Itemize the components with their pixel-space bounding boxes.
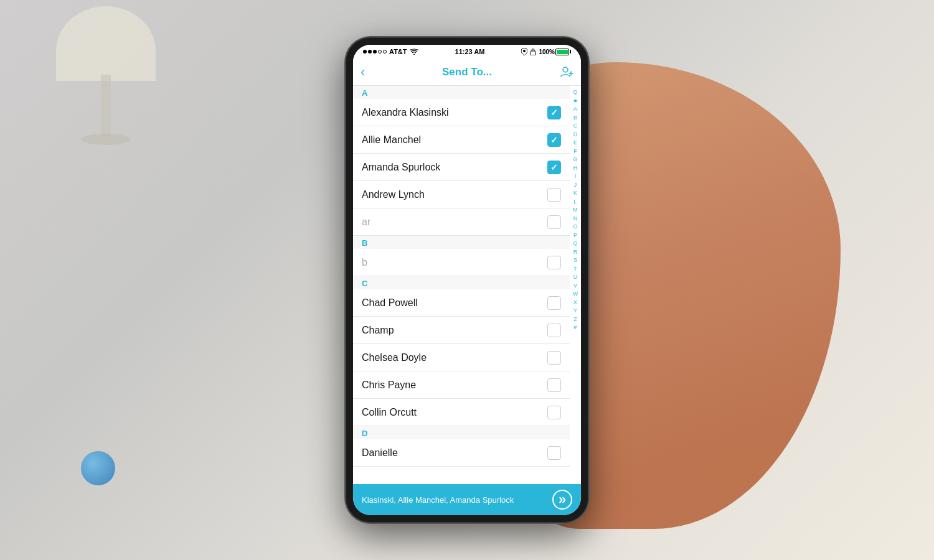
list-item[interactable]: ar [353,208,570,236]
contact-checkbox[interactable] [547,161,561,174]
alpha-index-letter[interactable]: B [573,114,577,123]
contact-checkbox[interactable] [547,296,561,310]
contact-name: Andrew Lynch [362,189,547,200]
alpha-index-letter[interactable]: # [573,324,577,332]
battery-indicator: 100% [539,49,571,55]
phone: AT&T 11:23 AM [346,37,588,523]
list-item[interactable]: Chad Powell [353,289,570,317]
lock-icon [530,48,536,55]
contact-name: b [362,257,547,268]
alpha-index-letter[interactable]: C [573,122,578,131]
phone-screen: AT&T 11:23 AM [353,45,581,515]
signal-dot-3 [373,50,377,54]
contact-name: Danielle [362,447,547,459]
content-area: AAlexandra KlasinskiAllie ManchelAmanda … [353,86,581,484]
alpha-index-letter[interactable]: Z [573,315,577,324]
alpha-index-letter[interactable]: F [573,147,577,156]
alpha-index-letter[interactable]: O [573,223,577,231]
alpha-index-letter[interactable]: J [574,181,577,190]
alpha-index-letter[interactable]: K [573,189,577,198]
signal-dot-5 [383,50,387,54]
section-header-b: B [353,236,570,249]
alpha-index-letter[interactable]: V [573,282,577,291]
alpha-index-letter[interactable]: ★ [573,97,578,106]
alpha-index-letter[interactable]: D [573,131,578,139]
section-header-c: C [353,276,570,289]
alpha-index-letter[interactable]: A [573,105,577,114]
back-button[interactable]: ‹ [361,64,379,80]
alpha-index-letter[interactable]: M [573,206,578,215]
svg-point-2 [563,67,568,72]
contact-name: Champ [362,325,547,336]
alpha-index-letter[interactable]: G [573,156,577,164]
signal-dot-2 [368,50,372,54]
list-item[interactable]: Amanda Spurlock [353,154,570,181]
alpha-index-letter[interactable]: Q [573,88,577,97]
list-item[interactable]: Collin Orcutt [353,399,570,426]
selected-contacts-text: Klasinski, Allie Manchel, Amanda Spurloc… [362,495,547,505]
section-header-d: D [353,426,570,439]
phone-body: AT&T 11:23 AM [346,37,588,523]
status-right: 100% [521,48,571,55]
alpha-index-letter[interactable]: R [573,248,578,257]
contact-checkbox[interactable] [547,106,561,119]
contacts-list[interactable]: AAlexandra KlasinskiAllie ManchelAmanda … [353,86,570,484]
contact-name: Collin Orcutt [362,407,547,418]
contact-checkbox[interactable] [547,351,561,365]
contact-checkbox[interactable] [547,446,561,460]
contact-checkbox[interactable] [547,188,561,202]
list-item[interactable]: b [353,249,570,276]
contact-checkbox[interactable] [547,406,561,419]
contact-checkbox[interactable] [547,256,561,269]
alpha-index-letter[interactable]: E [573,139,577,147]
alpha-index-letter[interactable]: H [573,164,578,173]
list-item[interactable]: Chelsea Doyle [353,344,570,371]
alpha-index-letter[interactable]: W [573,290,578,299]
svg-point-0 [523,50,526,52]
status-left: AT&T [363,48,418,55]
list-item[interactable]: Andrew Lynch [353,181,570,208]
alpha-index-letter[interactable]: Q [573,240,577,248]
alphabet-index[interactable]: Q★ABCDEFGHIJKLMNOPQRSTUVWXYZ# [570,86,581,484]
section-header-a: A [353,86,570,99]
contact-name: Allie Manchel [362,134,547,146]
battery-percent-label: 100% [539,49,555,55]
alpha-index-letter[interactable]: L [573,198,577,207]
carrier-label: AT&T [389,48,407,55]
svg-rect-1 [531,51,535,55]
alpha-index-letter[interactable]: P [573,231,577,240]
nav-bar: ‹ Send To... [353,58,581,86]
contact-name: Amanda Spurlock [362,162,547,173]
contact-name: Chad Powell [362,297,547,309]
contact-checkbox[interactable] [547,378,561,392]
location-icon [521,48,527,55]
alpha-index-letter[interactable]: U [573,273,578,282]
contact-checkbox[interactable] [547,133,561,147]
list-item[interactable]: Chris Payne [353,371,570,399]
lamp-decoration [37,0,174,162]
time-display: 11:23 AM [455,48,485,55]
contact-name: ar [362,217,547,228]
contact-name: Chris Payne [362,380,547,391]
person-plus-icon [560,65,573,79]
alpha-index-letter[interactable]: X [573,299,577,307]
list-item[interactable]: Alexandra Klasinski [353,99,570,126]
contact-name: Chelsea Doyle [362,352,547,363]
bottom-bar[interactable]: Klasinski, Allie Manchel, Amanda Spurloc… [353,484,581,515]
add-contact-button[interactable] [555,65,573,79]
alpha-index-letter[interactable]: Y [573,307,577,315]
nav-title: Send To... [442,66,492,78]
list-item[interactable]: Danielle [353,439,570,467]
wifi-icon [410,49,418,55]
alpha-index-letter[interactable]: T [573,265,577,274]
alpha-index-letter[interactable]: S [573,256,577,265]
list-item[interactable]: Allie Manchel [353,126,570,154]
list-item[interactable]: Champ [353,317,570,344]
contact-checkbox[interactable] [547,215,561,229]
alpha-index-letter[interactable]: I [575,172,577,181]
contact-checkbox[interactable] [547,324,561,337]
signal-dots [363,50,387,54]
alpha-index-letter[interactable]: N [573,215,578,223]
send-button[interactable]: » [552,490,572,510]
signal-dot-4 [378,50,382,54]
